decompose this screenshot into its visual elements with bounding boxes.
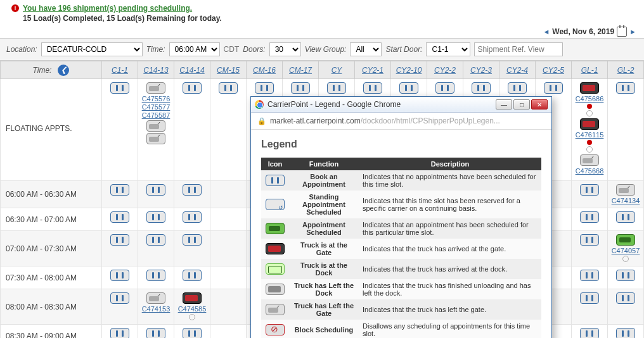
book-icon[interactable]: [183, 82, 202, 94]
book-icon[interactable]: [399, 82, 418, 94]
book-icon[interactable]: [110, 211, 129, 223]
book-icon[interactable]: [110, 82, 129, 94]
next-day-arrow[interactable]: ►: [629, 28, 636, 35]
shipment-link[interactable]: C474585: [176, 305, 209, 313]
left-gate-icon[interactable]: [616, 184, 635, 196]
left-gate-icon[interactable]: [146, 82, 165, 94]
gate-icon[interactable]: [580, 82, 599, 94]
book-icon[interactable]: [183, 184, 202, 196]
viewgroup-select[interactable]: All: [350, 42, 382, 56]
location-select[interactable]: DECATUR-COLD: [41, 42, 143, 56]
door-header-CY2-3[interactable]: CY2-3: [470, 66, 492, 75]
left-gate-icon[interactable]: [146, 292, 165, 304]
shipment-link[interactable]: C474153: [139, 305, 172, 313]
close-button[interactable]: ✕: [531, 99, 548, 110]
book-icon[interactable]: [616, 211, 635, 223]
book-icon[interactable]: [472, 82, 491, 94]
gate-icon[interactable]: [266, 243, 285, 254]
book-icon[interactable]: [146, 184, 165, 196]
door-header-GL-1[interactable]: GL-1: [581, 66, 598, 75]
book-icon[interactable]: [580, 292, 599, 304]
book-icon[interactable]: [146, 234, 165, 246]
doors-select[interactable]: 30: [269, 42, 301, 56]
book-icon[interactable]: [327, 82, 346, 94]
book-icon[interactable]: [110, 234, 129, 246]
book-icon[interactable]: [580, 184, 599, 196]
shipment-link[interactable]: C474134: [609, 197, 642, 204]
book-icon[interactable]: [616, 82, 635, 94]
left-gate-icon[interactable]: [146, 120, 165, 132]
door-header-CY2-4[interactable]: CY2-4: [506, 66, 528, 75]
door-header-CY2-1[interactable]: CY2-1: [362, 66, 383, 75]
book-icon[interactable]: [183, 328, 202, 338]
gate-icon[interactable]: [183, 292, 202, 304]
book-icon[interactable]: [146, 328, 165, 338]
book-icon[interactable]: [219, 82, 238, 94]
book-icon[interactable]: [266, 175, 285, 186]
book-icon[interactable]: [183, 211, 202, 223]
book-icon[interactable]: [508, 82, 527, 94]
book-icon[interactable]: [580, 328, 599, 338]
block-icon[interactable]: [266, 324, 285, 335]
sched-icon[interactable]: [266, 223, 285, 234]
door-header-CM-15[interactable]: CM-15: [217, 66, 240, 75]
door-header-CY[interactable]: CY: [332, 66, 342, 75]
book-icon[interactable]: [616, 328, 635, 338]
book-icon[interactable]: [110, 184, 129, 196]
legend-description: Indicates that no appointments have been…: [359, 170, 541, 191]
left-gate-icon[interactable]: [580, 154, 599, 166]
shipment-link[interactable]: C476115: [573, 131, 606, 139]
shipment-link[interactable]: C475577: [139, 103, 172, 111]
shipment-link[interactable]: C474057: [609, 247, 642, 254]
startdoor-select[interactable]: C1-1: [426, 42, 470, 56]
book-icon[interactable]: [616, 292, 635, 304]
sched-icon[interactable]: [616, 234, 635, 246]
time-label: Time:: [146, 45, 165, 54]
scroll-left-button[interactable]: ❮: [58, 65, 69, 76]
shipment-link[interactable]: C475576: [139, 95, 172, 103]
door-header-CM-17[interactable]: CM-17: [289, 66, 312, 75]
door-header-CM-16[interactable]: CM-16: [253, 66, 276, 75]
book-icon[interactable]: [435, 82, 454, 94]
door-header-C1-1[interactable]: C1-1: [112, 66, 128, 75]
prev-day-arrow[interactable]: ◄: [543, 28, 550, 35]
dock-icon[interactable]: [266, 263, 285, 275]
door-header-GL-2[interactable]: GL-2: [617, 66, 634, 75]
shipment-link[interactable]: C475587: [139, 111, 172, 119]
left-gate-icon[interactable]: [146, 133, 165, 144]
book-icon[interactable]: [110, 292, 129, 304]
shipment-link[interactable]: C475668: [573, 167, 606, 175]
book-icon[interactable]: [183, 270, 202, 281]
book-icon[interactable]: [616, 270, 635, 281]
standing-icon[interactable]: [266, 199, 285, 210]
book-icon[interactable]: [363, 82, 382, 94]
door-header-C14-13[interactable]: C14-13: [143, 66, 168, 75]
book-icon[interactable]: [110, 270, 129, 281]
shipment-ref-input[interactable]: [474, 42, 563, 56]
book-icon[interactable]: [580, 270, 599, 281]
time-select[interactable]: 06:00 AM: [169, 42, 220, 56]
door-header-C14-14[interactable]: C14-14: [179, 66, 204, 75]
gate-icon[interactable]: [580, 118, 599, 130]
minimize-button[interactable]: —: [496, 99, 512, 110]
book-icon[interactable]: [580, 211, 599, 223]
popup-titlebar[interactable]: CarrierPoint - Legend - Google Chrome — …: [251, 97, 551, 113]
book-icon[interactable]: [183, 234, 202, 246]
book-icon[interactable]: [110, 328, 129, 338]
pending-scheduling-link[interactable]: You have 196 shipment(s) pending schedul…: [23, 4, 192, 13]
shipment-link[interactable]: C475686: [573, 95, 606, 103]
door-header-CY2-10[interactable]: CY2-10: [396, 66, 422, 75]
door-header-CY2-5[interactable]: CY2-5: [543, 66, 564, 75]
grid-cell: [608, 289, 644, 325]
book-icon[interactable]: [146, 211, 165, 223]
book-icon[interactable]: [580, 234, 599, 246]
book-icon[interactable]: [255, 82, 274, 94]
calendar-icon[interactable]: [617, 27, 627, 37]
left-dock-icon[interactable]: [266, 284, 285, 295]
left-gate-icon[interactable]: [266, 304, 285, 315]
maximize-button[interactable]: □: [513, 99, 530, 110]
door-header-CY2-2[interactable]: CY2-2: [434, 66, 456, 75]
book-icon[interactable]: [146, 270, 165, 281]
book-icon[interactable]: [544, 82, 563, 94]
book-icon[interactable]: [291, 82, 310, 94]
